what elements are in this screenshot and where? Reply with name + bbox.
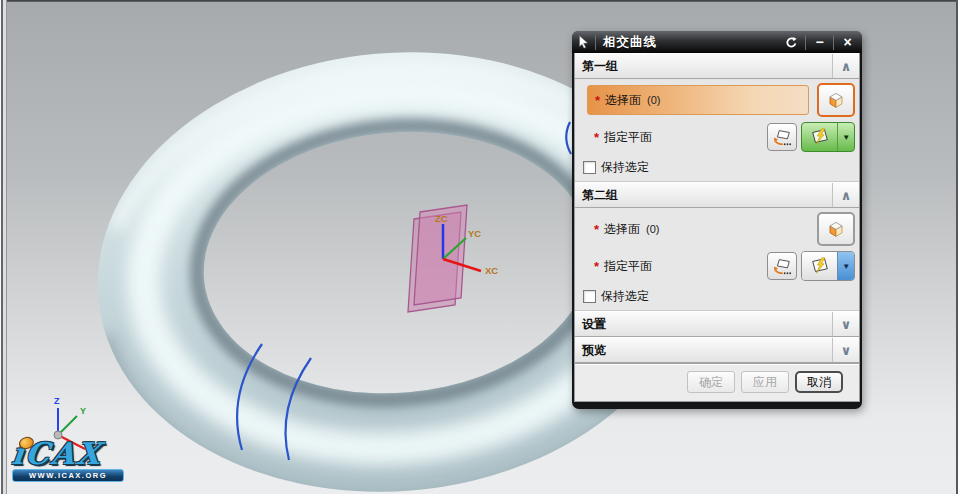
group1-panel: * 选择面 (0) * 指定平面 <box>575 79 859 182</box>
group2-plane-method-combo[interactable]: ▼ <box>801 251 855 281</box>
group2-face-filter-button[interactable] <box>817 212 855 246</box>
cube-icon <box>826 90 846 110</box>
group2-panel: * 选择面 (0) * 指定平面 <box>575 208 859 311</box>
select-face-label: 选择面 <box>605 92 641 109</box>
apply-button[interactable]: 应用 <box>741 371 789 393</box>
group1-keep-selected-label: 保持选定 <box>601 159 649 176</box>
dialog-reset-button[interactable] <box>780 31 803 53</box>
group1-select-face-row[interactable]: * 选择面 (0) <box>587 85 809 115</box>
dialog-cursor-icon <box>575 34 593 50</box>
group2-select-face-row[interactable]: * 选择面 (0) <box>587 214 809 244</box>
specify-plane-label: 指定平面 <box>604 258 652 275</box>
group1-plane-method-combo[interactable]: ▼ <box>801 122 855 152</box>
dialog-titlebar[interactable]: 相交曲线 − × <box>572 31 862 53</box>
group1-label: 第一组 <box>575 54 832 78</box>
icax-logo: iCAX WWW.ICAX.ORG <box>12 440 132 482</box>
preview-section-header[interactable]: 预览 ∨ <box>575 337 859 363</box>
group1-collapse-button[interactable]: ∧ <box>832 54 859 78</box>
group2-label: 第二组 <box>575 183 832 207</box>
plane-dialog-icon <box>772 127 792 147</box>
viewport-top-border <box>0 0 958 2</box>
preview-label: 预览 <box>575 338 832 362</box>
dialog-minimize-button[interactable]: − <box>808 31 831 53</box>
required-marker: * <box>594 259 599 274</box>
wcs-xc-label: XC <box>485 265 498 276</box>
cad-application-window: ZC YC XC Z Y X iCAX WWW.ICAX.ORG <box>0 0 958 494</box>
intersection-curve-dialog: 相交曲线 − × 第一组 ∧ * <box>572 31 862 409</box>
triad-z-label: Z <box>54 396 60 406</box>
ok-button[interactable]: 确定 <box>687 371 735 393</box>
titlebar-separator <box>805 35 806 50</box>
preview-expand-button[interactable]: ∨ <box>832 338 859 362</box>
settings-label: 设置 <box>575 312 832 336</box>
triad-y-label: Y <box>80 406 86 416</box>
viewport-left-border <box>0 0 7 494</box>
required-marker: * <box>594 130 599 145</box>
group2-collapse-button[interactable]: ∧ <box>832 183 859 207</box>
reset-icon <box>785 36 798 49</box>
settings-section-header[interactable]: 设置 ∨ <box>575 311 859 337</box>
plane-method-icon[interactable] <box>802 123 837 151</box>
plane-lightning-icon <box>810 256 830 276</box>
dialog-footer: 确定 应用 取消 <box>575 363 859 401</box>
select-face-label: 选择面 <box>604 221 640 238</box>
select-face-count: (0) <box>647 94 660 106</box>
wcs-yc-label: YC <box>468 228 481 239</box>
cancel-button[interactable]: 取消 <box>795 371 843 393</box>
plane-method-icon[interactable] <box>802 252 837 280</box>
group1-face-filter-button[interactable] <box>817 83 855 117</box>
plane-lightning-icon <box>810 127 830 147</box>
dialog-close-button[interactable]: × <box>836 31 859 53</box>
group2-header[interactable]: 第二组 ∧ <box>575 182 859 208</box>
select-face-count: (0) <box>646 223 659 235</box>
group1-plane-dialog-button[interactable] <box>767 123 797 151</box>
group2-keep-selected-checkbox[interactable] <box>583 290 596 303</box>
dialog-body: 第一组 ∧ * 选择面 (0) <box>574 53 860 402</box>
group1-keep-selected-checkbox[interactable] <box>583 161 596 174</box>
titlebar-separator <box>595 35 596 50</box>
plane-dialog-icon <box>772 256 792 276</box>
required-marker: * <box>595 93 600 108</box>
dropdown-arrow-icon[interactable]: ▼ <box>837 252 854 280</box>
group1-header[interactable]: 第一组 ∧ <box>575 53 859 79</box>
dropdown-arrow-icon[interactable]: ▼ <box>837 123 854 151</box>
dialog-title: 相交曲线 <box>598 34 780 51</box>
settings-expand-button[interactable]: ∨ <box>832 312 859 336</box>
group2-plane-dialog-button[interactable] <box>767 252 797 280</box>
wcs-zc-label: ZC <box>435 213 448 224</box>
required-marker: * <box>594 222 599 237</box>
cube-icon <box>826 219 846 239</box>
titlebar-separator <box>833 35 834 50</box>
specify-plane-label: 指定平面 <box>604 129 652 146</box>
group2-keep-selected-label: 保持选定 <box>601 288 649 305</box>
